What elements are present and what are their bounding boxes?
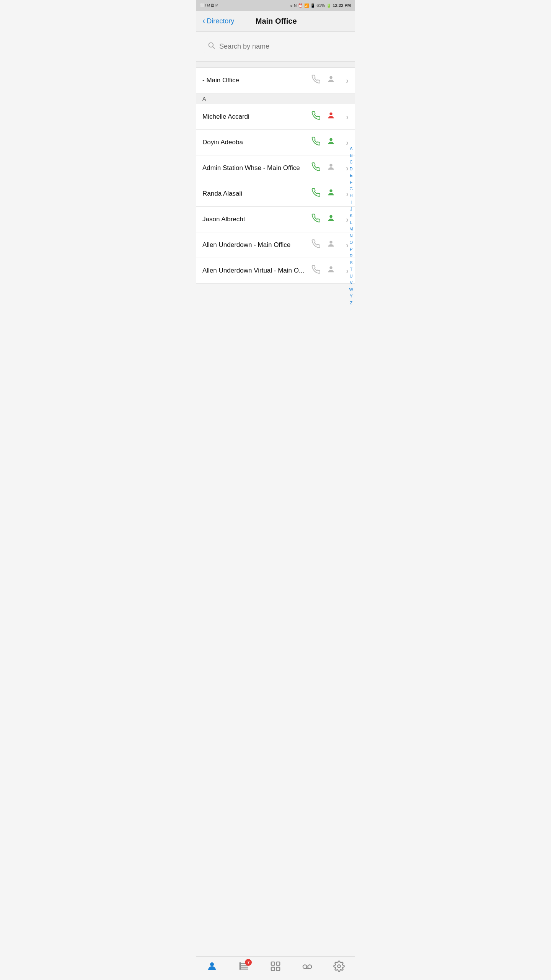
list-item[interactable]: Allen Underdown - Main Office › [196, 232, 355, 258]
person-icon[interactable] [327, 111, 335, 122]
phone-icon[interactable] [311, 265, 321, 276]
header: ‹ Directory Main Office [196, 11, 355, 32]
alpha-Y[interactable]: Y [349, 293, 354, 299]
alpha-W[interactable]: W [349, 286, 354, 293]
phone-icon[interactable] [311, 214, 321, 225]
svg-point-2 [330, 76, 333, 79]
search-container [196, 32, 355, 62]
person-icon[interactable] [327, 163, 335, 173]
alpha-P[interactable]: P [349, 246, 354, 253]
svg-point-6 [330, 189, 333, 192]
alpha-V[interactable]: V [349, 279, 354, 286]
svg-rect-18 [240, 968, 241, 970]
back-chevron-icon: ‹ [202, 16, 205, 26]
battery-text: 61% [316, 3, 325, 8]
nav-recents[interactable]: 7 [238, 960, 249, 975]
page-title: Main Office [234, 17, 318, 26]
item-actions [311, 239, 335, 251]
alphabet-index: A B C D E F G H I J K L M N O P R S T U … [349, 145, 354, 306]
phone-icon[interactable] [311, 137, 321, 148]
section-header-a: A [196, 93, 355, 104]
alpha-A[interactable]: A [349, 145, 354, 152]
contact-name: Jason Albrecht [202, 216, 311, 223]
person-icon[interactable] [327, 214, 335, 225]
person-icon[interactable] [327, 137, 335, 148]
list-item[interactable]: - Main Office › [196, 68, 355, 93]
back-button[interactable]: ‹ Directory [202, 16, 234, 26]
time-display: 12:22 PM [333, 3, 351, 8]
list-item[interactable]: Jason Albrecht › [196, 207, 355, 232]
list-item[interactable]: Michelle Accardi › [196, 104, 355, 130]
alpha-U[interactable]: U [349, 273, 354, 279]
alpha-I[interactable]: I [349, 199, 354, 206]
settings-icon [333, 960, 345, 975]
alpha-Z[interactable]: Z [349, 300, 354, 306]
svg-rect-15 [240, 962, 241, 964]
voicemail-icon [302, 960, 313, 975]
list-item[interactable]: Randa Alasali › [196, 181, 355, 207]
alpha-F[interactable]: F [349, 179, 354, 186]
phone-icon[interactable] [311, 75, 321, 86]
chevron-right-icon: › [346, 76, 349, 85]
search-icon [208, 42, 215, 51]
alpha-O[interactable]: O [349, 239, 354, 246]
item-actions [311, 265, 335, 276]
svg-point-24 [308, 965, 311, 969]
phone-icon[interactable] [311, 162, 321, 174]
search-input[interactable] [219, 42, 343, 51]
contact-name: Allen Underdown Virtual - Main O... [202, 267, 311, 274]
svg-line-1 [213, 47, 215, 49]
list-item[interactable]: Admin Station Whse - Main Office › [196, 155, 355, 181]
alpha-D[interactable]: D [349, 166, 354, 172]
contact-name: - Main Office [202, 77, 311, 84]
alpha-H[interactable]: H [349, 193, 354, 199]
person-icon[interactable] [327, 75, 335, 86]
alpha-K[interactable]: K [349, 212, 354, 219]
item-actions [311, 162, 335, 174]
nav-voicemail[interactable] [302, 960, 313, 975]
list-item[interactable]: Doyin Adeoba › [196, 130, 355, 155]
chevron-right-icon: › [346, 113, 349, 121]
alpha-J[interactable]: J [349, 206, 354, 212]
back-label: Directory [207, 17, 234, 25]
notification-icons: ⬜ f M 🖼 M [200, 3, 218, 7]
svg-point-7 [330, 215, 333, 218]
directory-list: - Main Office › A [196, 68, 355, 284]
svg-rect-22 [276, 967, 280, 971]
nav-settings[interactable] [333, 960, 345, 975]
contact-name: Allen Underdown - Main Office [202, 241, 311, 249]
phone-icon[interactable] [311, 188, 321, 199]
contact-name: Randa Alasali [202, 190, 311, 198]
recents-badge: 7 [245, 959, 252, 966]
grid-icon [270, 960, 281, 975]
contacts-icon [206, 960, 218, 975]
alpha-R[interactable]: R [349, 253, 354, 259]
alpha-G[interactable]: G [349, 186, 354, 192]
person-icon[interactable] [327, 188, 335, 199]
person-icon[interactable] [327, 240, 335, 250]
person-icon[interactable] [327, 265, 335, 276]
phone-icon[interactable] [311, 111, 321, 122]
svg-rect-19 [271, 962, 275, 965]
alpha-N[interactable]: N [349, 233, 354, 239]
nfc-icon: N [294, 3, 297, 8]
contact-name: Admin Station Whse - Main Office [202, 164, 311, 172]
alpha-M[interactable]: M [349, 226, 354, 232]
bottom-nav: 7 [196, 956, 355, 980]
alpha-C[interactable]: C [349, 159, 354, 165]
nav-grid[interactable] [270, 960, 281, 975]
list-item[interactable]: Allen Underdown Virtual - Main O... › [196, 258, 355, 284]
status-right-icons: ⁎ N ⏰ 📶 📱 61% 🔋 12:22 PM [290, 3, 351, 8]
alpha-T[interactable]: T [349, 266, 354, 273]
alpha-L[interactable]: L [349, 219, 354, 226]
alpha-E[interactable]: E [349, 172, 354, 179]
item-actions [311, 214, 335, 225]
alpha-B[interactable]: B [349, 152, 354, 159]
item-actions [311, 75, 335, 86]
nav-contacts[interactable] [206, 960, 218, 975]
svg-point-9 [330, 266, 333, 269]
svg-point-26 [337, 965, 341, 968]
alpha-S[interactable]: S [349, 260, 354, 266]
search-wrapper[interactable] [202, 38, 349, 55]
phone-icon[interactable] [311, 239, 321, 251]
